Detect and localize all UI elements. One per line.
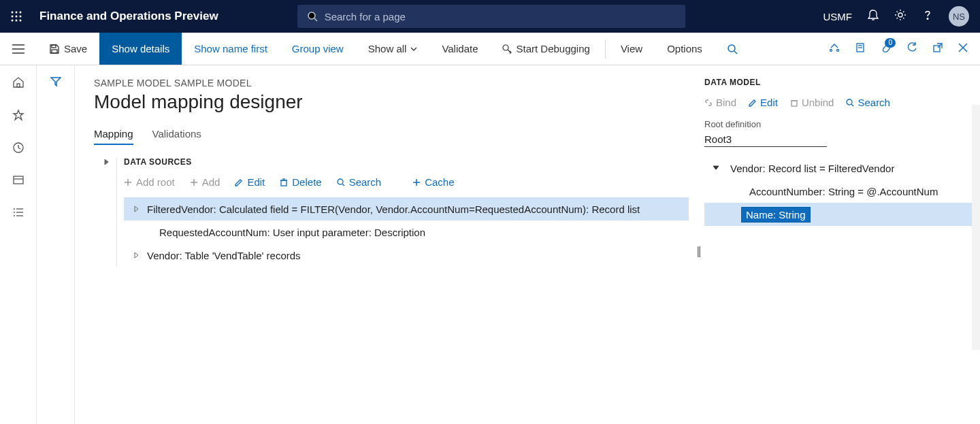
star-icon[interactable] bbox=[12, 109, 24, 124]
filter-pane bbox=[37, 65, 75, 424]
app-launcher-icon[interactable] bbox=[0, 11, 33, 22]
chevron-right-icon[interactable] bbox=[131, 206, 143, 212]
edit-button[interactable]: Edit bbox=[235, 176, 265, 188]
show-details-button[interactable]: Show details bbox=[99, 33, 182, 65]
svg-point-1 bbox=[16, 12, 18, 14]
modules-icon[interactable] bbox=[12, 207, 24, 222]
scrollbar[interactable] bbox=[972, 105, 980, 350]
dm-row-account-number[interactable]: AccountNumber: String = @.AccountNum bbox=[704, 180, 972, 203]
svg-point-5 bbox=[20, 16, 22, 18]
bell-icon[interactable] bbox=[867, 9, 879, 24]
workspace-icon[interactable] bbox=[12, 174, 24, 189]
delete-button[interactable]: Delete bbox=[280, 176, 321, 188]
start-debugging-button[interactable]: Start Debugging bbox=[490, 33, 602, 65]
user-avatar[interactable]: NS bbox=[949, 6, 969, 27]
svg-point-7 bbox=[16, 20, 18, 22]
svg-point-4 bbox=[16, 16, 18, 18]
tab-validations[interactable]: Validations bbox=[152, 128, 201, 145]
show-all-dropdown[interactable]: Show all bbox=[356, 33, 430, 65]
svg-point-19 bbox=[503, 45, 508, 50]
splitter-handle[interactable]: ‖ bbox=[694, 78, 704, 424]
svg-line-10 bbox=[314, 18, 317, 21]
search-button[interactable]: Search bbox=[337, 176, 382, 188]
validate-button[interactable]: Validate bbox=[429, 33, 490, 65]
svg-point-24 bbox=[837, 49, 839, 51]
svg-point-2 bbox=[20, 12, 22, 14]
filter-icon[interactable] bbox=[50, 76, 61, 424]
page-title: Model mapping designer bbox=[94, 91, 694, 113]
svg-rect-17 bbox=[52, 45, 56, 48]
svg-point-13 bbox=[927, 18, 928, 20]
breadcrumb: SAMPLE MODEL SAMPLE MODEL bbox=[94, 78, 694, 88]
dm-row-name[interactable]: Name: String bbox=[704, 203, 972, 226]
unbind-button[interactable]: Unbind bbox=[790, 97, 834, 108]
global-search[interactable]: Search for a page bbox=[297, 5, 685, 28]
tab-mapping[interactable]: Mapping bbox=[94, 128, 133, 145]
root-definition-label: Root definition bbox=[704, 119, 972, 129]
svg-point-6 bbox=[12, 20, 14, 22]
svg-line-22 bbox=[734, 51, 737, 54]
top-navbar: Finance and Operations Preview Search fo… bbox=[0, 0, 980, 33]
legal-entity[interactable]: USMF bbox=[823, 11, 853, 22]
popout-icon[interactable] bbox=[932, 42, 943, 56]
dm-edit-button[interactable]: Edit bbox=[749, 97, 778, 108]
dm-search-button[interactable]: Search bbox=[846, 97, 890, 108]
doc-icon[interactable] bbox=[855, 42, 866, 56]
svg-line-56 bbox=[851, 104, 853, 106]
ds-row-vendor[interactable]: Vendor: Table 'VendTable' records bbox=[124, 244, 689, 267]
svg-rect-32 bbox=[17, 84, 20, 87]
cache-button[interactable]: Cache bbox=[412, 176, 454, 188]
add-root-button[interactable]: Add root bbox=[124, 176, 175, 188]
add-button[interactable]: Add bbox=[190, 176, 220, 188]
app-title: Finance and Operations Preview bbox=[33, 10, 229, 23]
nav-sidebar bbox=[0, 65, 37, 424]
svg-point-12 bbox=[898, 13, 902, 17]
bind-button[interactable]: Bind bbox=[704, 97, 736, 108]
options-menu[interactable]: Options bbox=[655, 33, 715, 65]
separator bbox=[605, 39, 606, 59]
ds-row-requested-account-num[interactable]: RequestedAccountNum: User input paramete… bbox=[124, 221, 689, 244]
group-view-button[interactable]: Group view bbox=[280, 33, 356, 65]
attachments-icon[interactable]: 0 bbox=[881, 42, 892, 56]
svg-point-55 bbox=[847, 99, 852, 105]
save-button[interactable]: Save bbox=[37, 33, 99, 65]
svg-line-50 bbox=[342, 184, 344, 186]
search-icon[interactable] bbox=[715, 33, 750, 65]
chevron-right-icon[interactable] bbox=[131, 252, 143, 259]
data-model-heading: DATA MODEL bbox=[704, 78, 972, 87]
gear-icon[interactable] bbox=[894, 9, 906, 24]
svg-point-0 bbox=[12, 12, 14, 14]
svg-point-9 bbox=[308, 12, 315, 19]
svg-point-8 bbox=[20, 20, 22, 22]
home-icon[interactable] bbox=[12, 76, 24, 91]
show-name-first-button[interactable]: Show name first bbox=[182, 33, 280, 65]
close-icon[interactable] bbox=[958, 43, 968, 55]
svg-rect-34 bbox=[14, 176, 23, 184]
chevron-down-icon[interactable] bbox=[710, 165, 722, 171]
svg-point-49 bbox=[338, 179, 343, 184]
help-icon[interactable] bbox=[921, 9, 934, 24]
clock-icon[interactable] bbox=[12, 142, 24, 157]
refresh-icon[interactable] bbox=[906, 42, 917, 56]
svg-rect-46 bbox=[281, 180, 287, 186]
expand-pane-icon[interactable] bbox=[94, 157, 117, 267]
data-sources-heading: DATA SOURCES bbox=[124, 157, 694, 167]
view-menu[interactable]: View bbox=[608, 33, 655, 65]
svg-point-3 bbox=[12, 16, 14, 18]
command-bar: Save Show details Show name first Group … bbox=[0, 33, 980, 65]
nav-toggle-icon[interactable] bbox=[0, 44, 37, 54]
office-icon[interactable] bbox=[829, 42, 840, 56]
dm-row-vendor[interactable]: Vendor: Record list = FilteredVendor bbox=[704, 157, 972, 180]
ds-row-filtered-vendor[interactable]: FilteredVendor: Calculated field = FILTE… bbox=[124, 197, 689, 221]
svg-point-21 bbox=[728, 45, 735, 52]
svg-rect-53 bbox=[791, 101, 797, 106]
root-definition-value[interactable]: Root3 bbox=[704, 133, 827, 147]
svg-rect-18 bbox=[52, 50, 57, 53]
search-placeholder: Search for a page bbox=[325, 11, 406, 22]
svg-point-23 bbox=[830, 49, 832, 51]
